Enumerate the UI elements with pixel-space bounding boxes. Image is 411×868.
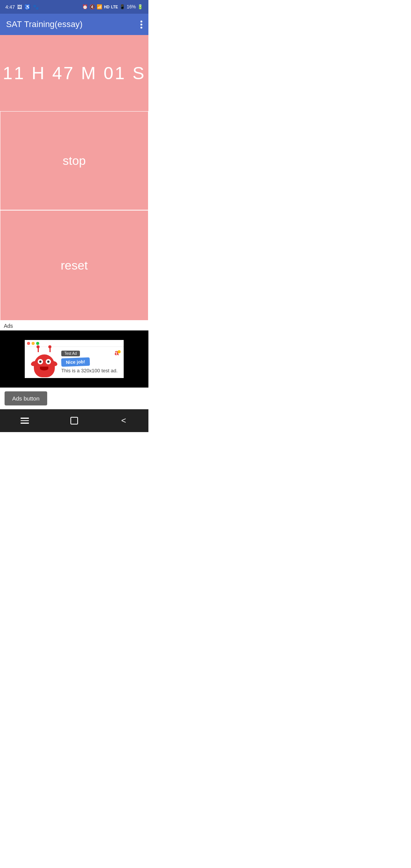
dot2: [140, 24, 142, 26]
notification-icon: 🐾: [33, 4, 39, 10]
battery-icon: 🔋: [137, 4, 143, 10]
ad-browser-bar: [25, 340, 124, 347]
home-button[interactable]: [65, 411, 84, 430]
status-right: ⏰ 🔇 📶 HD LTE 📱 16% 🔋: [82, 4, 143, 10]
app-bar: SAT Training(essay): [0, 14, 148, 35]
accessibility-icon: ♿: [24, 4, 30, 10]
nice-job-badge: Nice job!: [61, 357, 90, 367]
monster-character: [31, 347, 57, 377]
reset-button[interactable]: reset: [0, 210, 148, 321]
monster-eye-right: [46, 359, 51, 364]
ads-button[interactable]: Ads button: [5, 391, 47, 405]
time: 4:47: [5, 4, 15, 10]
alarm-icon: ⏰: [82, 4, 88, 10]
antenna-tip-left: [37, 345, 40, 348]
reset-label: reset: [61, 258, 88, 273]
status-bar: 4:47 🖼 ♿ 🐾 ⏰ 🔇 📶 HD LTE 📱 16% 🔋: [0, 0, 148, 14]
lte-icon: LTE: [111, 5, 118, 9]
battery-percentage: 16%: [127, 4, 136, 10]
stop-button[interactable]: stop: [0, 111, 148, 210]
stop-label: stop: [63, 154, 86, 168]
admob-dot: [118, 350, 121, 353]
bar3: [21, 423, 29, 424]
antenna-left: [38, 347, 39, 352]
hd-icon: HD: [104, 5, 109, 9]
monster-mouth: [40, 367, 48, 370]
dot3: [140, 27, 142, 29]
antenna-right: [49, 347, 51, 352]
mute-icon: 🔇: [89, 4, 95, 10]
overflow-menu-button[interactable]: [140, 21, 142, 29]
ads-button-area: Ads button: [0, 388, 148, 409]
recent-apps-button[interactable]: [15, 411, 34, 430]
test-ad-badge: Test Ad: [61, 351, 80, 356]
photo-icon: 🖼: [17, 4, 22, 10]
ad-description: This is a 320x100 test ad.: [61, 368, 118, 373]
ad-inner: Test Ad Nice job! This is a 320x100 test…: [25, 340, 124, 378]
status-left: 4:47 🖼 ♿ 🐾: [5, 4, 39, 10]
bar2: [21, 420, 29, 421]
recent-apps-icon: [21, 418, 29, 424]
antenna-tip-right: [48, 345, 51, 348]
bottom-nav: <: [0, 409, 148, 432]
timer-display: 11 H 47 M 01 S: [0, 35, 148, 111]
bar1: [21, 418, 29, 419]
browser-dot-yellow: [32, 342, 35, 345]
monster-eye-left: [38, 359, 43, 364]
ad-container: Test Ad Nice job! This is a 320x100 test…: [0, 330, 148, 388]
dot1: [140, 21, 142, 22]
browser-dot-red: [27, 342, 30, 345]
signal-icon: 📱: [119, 4, 125, 10]
ads-label: Ads: [0, 321, 148, 330]
ad-badge-area: Test Ad Nice job! This is a 320x100 test…: [61, 351, 118, 373]
timer-value: 11 H 47 M 01 S: [3, 63, 146, 83]
monster-body: [34, 354, 55, 377]
home-icon: [70, 417, 78, 424]
back-icon: <: [121, 416, 126, 426]
back-button[interactable]: <: [114, 411, 133, 430]
ad-content: Test Ad Nice job! This is a 320x100 test…: [31, 347, 118, 377]
app-title: SAT Training(essay): [6, 19, 83, 29]
admob-logo: a: [115, 348, 121, 357]
browser-dot-green: [36, 342, 39, 345]
wifi-icon: 📶: [97, 4, 102, 10]
